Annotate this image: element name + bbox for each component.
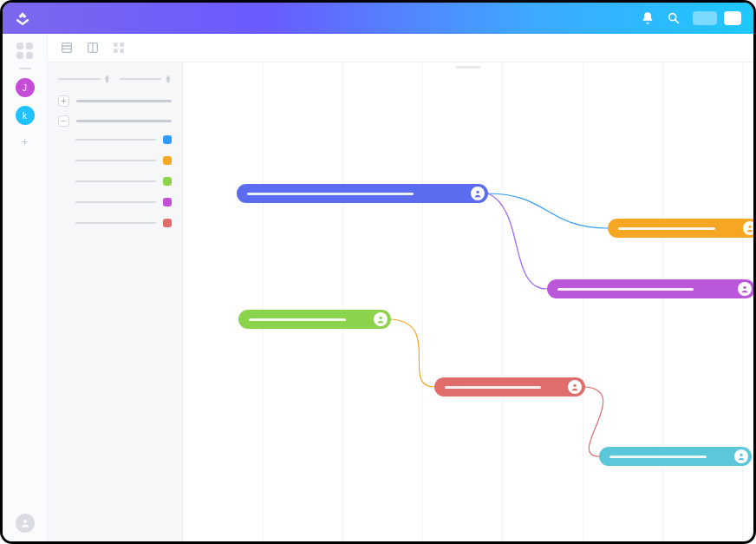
svg-point-10 [743,286,746,289]
gantt-task[interactable] [237,184,488,203]
svg-point-11 [379,317,381,319]
list-item[interactable] [58,177,172,186]
collapse-icon[interactable]: − [58,115,69,127]
group-collapsed[interactable]: + [58,95,172,107]
task-label [247,193,414,195]
svg-point-8 [476,191,479,193]
app-logo[interactable] [15,10,30,26]
assignee-avatar[interactable] [743,221,753,235]
task-sidebar: ▲▼ ▲▼ + − [48,62,183,541]
gantt-task[interactable] [608,219,753,238]
apps-icon[interactable] [16,43,33,59]
status-color-icon [163,156,172,165]
item-label [75,201,156,203]
search-icon[interactable] [667,11,681,25]
assignee-avatar[interactable] [471,187,485,200]
assignee-avatar[interactable] [374,312,388,326]
status-color-icon [163,219,172,227]
list-item[interactable] [58,135,172,144]
task-label [445,386,541,389]
topbar-action-1[interactable] [693,11,717,25]
gantt-task[interactable] [547,279,753,298]
top-bar [3,3,753,34]
rail-divider [19,68,31,69]
svg-rect-5 [120,43,124,47]
svg-point-1 [23,520,27,523]
task-label [609,456,707,458]
gantt-canvas[interactable] [183,62,753,541]
list-item[interactable] [58,198,172,206]
notifications-icon[interactable] [641,11,655,25]
task-label [249,318,346,321]
svg-rect-4 [114,43,118,47]
add-workspace-button[interactable]: + [17,134,33,149]
assignee-avatar[interactable] [734,449,748,463]
filter-dropdown-2[interactable]: ▲▼ [120,75,173,83]
topbar-action-2[interactable] [724,11,741,25]
list-view-icon[interactable] [60,41,74,55]
gantt-task[interactable] [434,377,585,397]
assignee-avatar[interactable] [738,282,752,296]
expand-icon[interactable]: + [58,95,69,107]
task-label [618,227,715,230]
filter-dropdown-1[interactable]: ▲▼ [58,75,111,83]
workspace-avatar-k[interactable]: k [16,106,35,125]
left-rail: J k + [3,34,48,541]
item-label [75,222,156,224]
svg-rect-6 [114,49,118,53]
svg-point-9 [748,226,751,228]
group-expanded[interactable]: − [58,115,172,127]
workspace-avatar-j[interactable]: J [16,78,35,97]
view-toolbar [48,34,753,62]
board-view-icon[interactable] [86,41,100,55]
svg-point-13 [740,454,742,456]
assignee-avatar[interactable] [568,380,582,394]
svg-rect-7 [120,49,124,53]
status-color-icon [163,177,172,186]
group-label [76,100,172,102]
gantt-gridlines [183,62,753,541]
status-color-icon [163,198,172,206]
current-user-avatar[interactable] [16,514,35,533]
task-label [557,288,694,291]
status-color-icon [163,135,172,144]
item-label [75,139,156,141]
item-label [75,180,156,182]
gantt-task[interactable] [599,447,752,466]
avatar-initial: k [23,111,27,121]
svg-rect-2 [62,43,72,53]
avatar-initial: J [23,83,27,93]
gantt-view-icon[interactable] [112,41,126,55]
group-label [76,120,172,122]
item-label [75,160,156,161]
sidebar-filters: ▲▼ ▲▼ [58,75,172,83]
list-item[interactable] [58,156,172,165]
svg-point-12 [573,384,576,387]
gantt-task[interactable] [238,310,391,329]
list-item[interactable] [58,219,172,227]
